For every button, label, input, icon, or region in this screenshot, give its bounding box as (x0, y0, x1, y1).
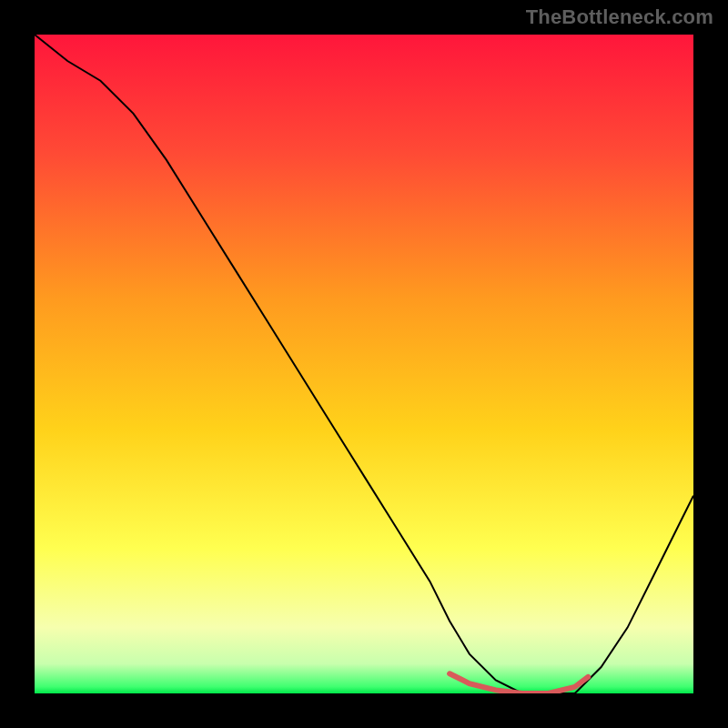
plot-area (35, 35, 693, 693)
watermark-text: TheBottleneck.com (526, 5, 713, 29)
gradient-background (35, 35, 693, 693)
chart-svg (35, 35, 693, 693)
chart-container: TheBottleneck.com (0, 0, 728, 728)
